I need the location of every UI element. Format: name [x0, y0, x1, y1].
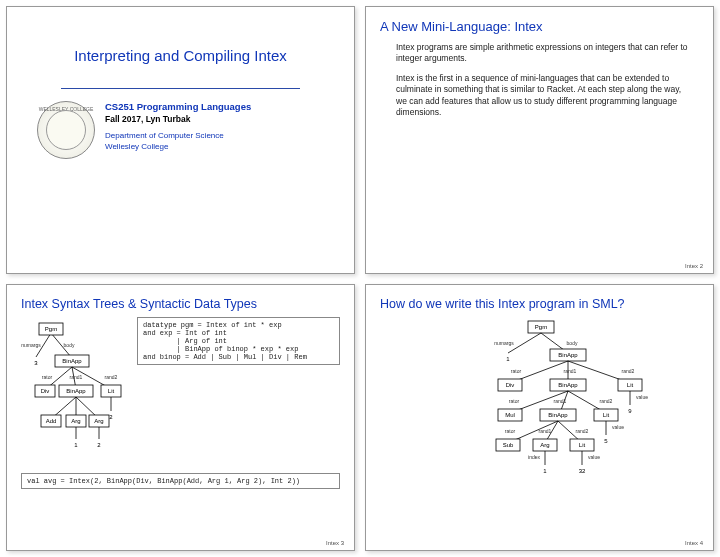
val-3: 3: [34, 359, 38, 365]
s4-pgm: Pgm: [534, 323, 546, 329]
s4-v32: 32: [578, 467, 585, 473]
s4-rand2b: rand2: [599, 398, 612, 404]
node-div: Div: [41, 387, 50, 393]
s4-v1: 1: [506, 355, 510, 361]
slide3-title: Intex Syntax Trees & Syntactic Data Type…: [21, 297, 340, 311]
s4-rand1a: rand1: [563, 368, 576, 374]
s4-rand1b: rand1: [553, 398, 566, 404]
slide2-p1: Intex programs are simple arithmetic exp…: [396, 42, 693, 65]
s4-arg: Arg: [540, 441, 549, 447]
slide1-title: Interpreting and Compiling Intex: [21, 47, 340, 64]
s4-rand2a: rand2: [621, 368, 634, 374]
slide-3: Intex Syntax Trees & Syntactic Data Type…: [6, 284, 355, 552]
s4-body: body: [566, 340, 577, 346]
college-seal-icon: WELLESLEY COLLEGE: [37, 101, 95, 159]
s4-v5: 5: [604, 437, 608, 443]
node-binapp: BinApp: [62, 357, 82, 363]
val-code: val avg = Intex(2, BinApp(Div, BinApp(Ad…: [21, 473, 340, 489]
s4-value3: value: [588, 454, 600, 460]
s4-rand2c: rand2: [575, 428, 588, 434]
node-lit: Lit: [108, 387, 115, 393]
val-1: 1: [74, 441, 78, 447]
course-title: CS251 Programming Languages: [105, 101, 251, 114]
val-2: 2: [97, 441, 101, 447]
s4-sub: Sub: [502, 441, 513, 447]
slide-1: Interpreting and Compiling Intex WELLESL…: [6, 6, 355, 274]
slide-grid: Interpreting and Compiling Intex WELLESL…: [6, 6, 714, 551]
s4-index: index: [528, 454, 540, 460]
s4-binapp1: BinApp: [558, 351, 578, 357]
slide3-layout: Pgm numargs body 3 BinApp rator rand1 ra…: [21, 317, 340, 467]
seal-row: WELLESLEY COLLEGE CS251 Programming Lang…: [21, 101, 340, 159]
s4-value1: value: [636, 394, 648, 400]
node-binapp2: BinApp: [66, 387, 86, 393]
val-2b: 2: [109, 413, 113, 419]
lbl-body: body: [64, 342, 75, 348]
node-arg1: Arg: [71, 417, 80, 423]
lbl-rator: rator: [42, 374, 53, 380]
s4-v9: 9: [628, 407, 632, 413]
s4-binapp3: BinApp: [548, 411, 568, 417]
node-pgm: Pgm: [45, 325, 57, 331]
s4-lit2: Lit: [602, 411, 609, 417]
dept-line-2: Wellesley College: [105, 142, 251, 153]
s4-lit3: Lit: [578, 441, 585, 447]
node-arg2: Arg: [94, 417, 103, 423]
s4-rator2: rator: [508, 398, 519, 404]
slide2-body: Intex programs are simple arithmetic exp…: [380, 42, 699, 119]
s4-rator3: rator: [504, 428, 515, 434]
slide2-title: A New Mini-Language: Intex: [380, 19, 699, 34]
slide4-footer: Intex 4: [685, 540, 703, 546]
slide2-p2: Intex is the first in a sequence of mini…: [396, 73, 693, 119]
lbl-rand2: rand2: [105, 374, 118, 380]
seal-text-top: WELLESLEY COLLEGE: [38, 106, 94, 112]
lbl-rand1: rand1: [70, 374, 83, 380]
slide4-title: How do we write this Intex program in SM…: [380, 297, 699, 311]
course-block: CS251 Programming Languages Fall 2017, L…: [105, 101, 251, 153]
slide2-footer: Intex 2: [685, 263, 703, 269]
s4-numargs: numargs: [494, 340, 514, 346]
divider: [61, 88, 300, 89]
s4-value2: value: [612, 424, 624, 430]
syntax-tree-large: Pgm numargs body 1 BinApp rator rand1 ra…: [390, 317, 690, 517]
s4-rator1: rator: [510, 368, 521, 374]
code-column: datatype pgm = Intex of int * exp and ex…: [137, 317, 340, 467]
s4-mul: Mul: [505, 411, 515, 417]
datatype-code: datatype pgm = Intex of int * exp and ex…: [137, 317, 340, 365]
syntax-tree-small: Pgm numargs body 3 BinApp rator rand1 ra…: [21, 317, 131, 467]
slide-2: A New Mini-Language: Intex Intex program…: [365, 6, 714, 274]
s4-rand1c: rand1: [538, 428, 551, 434]
s4-vidx1: 1: [543, 467, 547, 473]
s4-lit1: Lit: [626, 381, 633, 387]
s4-div: Div: [505, 381, 514, 387]
course-sub: Fall 2017, Lyn Turbak: [105, 114, 251, 125]
dept-line-1: Department of Computer Science: [105, 131, 251, 142]
node-add: Add: [46, 417, 57, 423]
slide3-footer: Intex 3: [326, 540, 344, 546]
s4-binapp2: BinApp: [558, 381, 578, 387]
slide-4: How do we write this Intex program in SM…: [365, 284, 714, 552]
lbl-numargs: numargs: [21, 342, 41, 348]
